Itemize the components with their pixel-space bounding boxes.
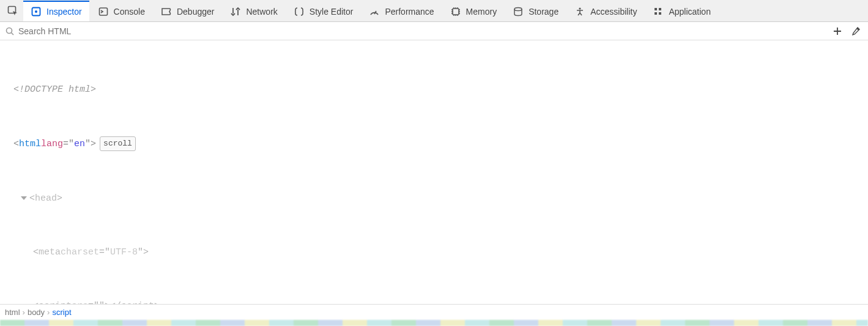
tab-label: Accessibility [590,7,637,17]
memory-icon [450,6,461,17]
html-search-bar [0,22,868,40]
svg-point-2 [35,10,37,13]
svg-rect-10 [655,12,657,15]
eyedropper-button[interactable] [851,26,861,36]
tab-label: Application [669,7,711,17]
svg-rect-8 [655,8,657,10]
scroll-badge[interactable]: scroll [100,136,136,151]
tab-performance[interactable]: Performance [362,1,441,21]
tab-label: Style Editor [310,7,354,17]
picker-icon [7,5,19,17]
network-icon [230,6,241,17]
tab-network[interactable]: Network [223,1,284,21]
tab-storage[interactable]: Storage [505,1,566,21]
devtools-tabbar: Inspector Console Debugger Network Style… [0,0,868,22]
tab-console[interactable]: Console [91,1,152,21]
crumb-script[interactable]: script [52,308,71,317]
tab-label: Debugger [177,7,215,17]
search-input[interactable] [18,26,829,36]
markup-tree[interactable]: <!DOCTYPE html> <html lang="en"> scroll … [0,40,868,326]
add-node-button[interactable] [833,26,842,36]
chevron-right-icon: › [23,308,25,317]
element-picker-button[interactable] [4,2,22,20]
application-icon [653,6,664,17]
tab-label: Performance [385,7,434,17]
tab-application[interactable]: Application [645,1,718,21]
svg-point-7 [579,7,581,9]
console-icon [98,6,109,17]
inspector-icon [31,6,42,17]
tab-memory[interactable]: Memory [443,1,505,21]
search-icon [5,26,15,36]
breadcrumb: html › body › script [0,304,868,320]
crumb-html[interactable]: html [5,308,20,317]
crumb-body[interactable]: body [28,308,45,317]
meta-node[interactable]: <meta charset="UTF-8"> [7,246,868,259]
svg-rect-9 [659,8,661,10]
style-editor-icon [294,6,305,17]
tab-accessibility[interactable]: Accessibility [567,1,644,21]
tab-label: Network [246,7,277,17]
tab-label: Inspector [46,7,82,17]
svg-rect-11 [659,12,661,15]
head-open-node[interactable]: <head> [7,192,868,206]
doctype-node[interactable]: <!DOCTYPE html> [7,83,868,97]
chevron-right-icon: › [47,308,50,317]
bottom-divider [0,320,868,326]
svg-point-6 [514,7,522,10]
debugger-icon [161,6,172,17]
performance-icon [369,6,380,17]
storage-icon [513,6,524,17]
tab-label: Storage [529,7,558,17]
svg-line-13 [12,32,14,35]
svg-point-12 [7,28,12,33]
twisty-icon[interactable] [21,196,27,200]
tab-debugger[interactable]: Debugger [154,1,222,21]
svg-rect-5 [453,9,459,15]
accessibility-icon [574,6,585,17]
html-node[interactable]: <html lang="en"> scroll [7,137,868,152]
tab-style-editor[interactable]: Style Editor [286,1,361,21]
tab-label: Console [114,7,145,17]
tab-inspector[interactable]: Inspector [23,1,89,21]
tab-label: Memory [466,7,497,17]
